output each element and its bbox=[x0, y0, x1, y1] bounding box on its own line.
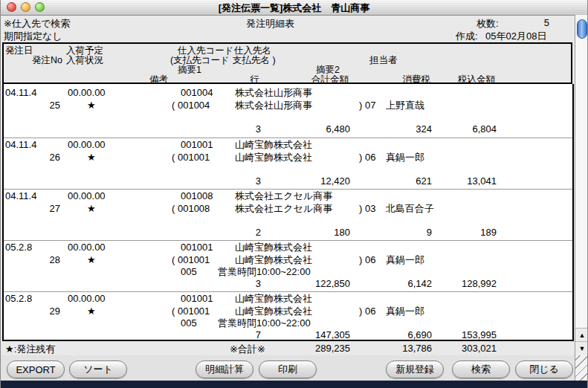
line-count: 3 bbox=[256, 175, 261, 187]
period-condition: 期間指定なし bbox=[4, 30, 62, 43]
tax-amount: 621 bbox=[416, 175, 432, 187]
star-legend: ★:発注残有 bbox=[5, 343, 55, 356]
payee-code: ( 001008 bbox=[172, 203, 210, 214]
button-bar: EXPORT ソート 明細計算 印刷 新規登録 検索 閉じる bbox=[1, 355, 588, 381]
supplier-code: 001001 bbox=[181, 242, 213, 253]
supplier-name: 山崎宝飾株式会社 bbox=[235, 242, 312, 253]
grand-total-amount: 289,235 bbox=[315, 343, 350, 354]
scrollbar-thumb[interactable] bbox=[577, 19, 587, 39]
window-bottom-edge bbox=[1, 381, 588, 388]
col-arrival-status: 入荷状況 bbox=[66, 54, 103, 67]
supplier-code: 001001 bbox=[181, 139, 213, 150]
grand-tax-amount: 13,786 bbox=[402, 343, 432, 354]
window-title: [発注伝票一覧]株式会社 青山商事 bbox=[1, 1, 587, 15]
order-no: 28 bbox=[29, 254, 60, 265]
payee-code: ( 001001 bbox=[172, 152, 210, 163]
staff-name: 北島百合子 bbox=[386, 203, 434, 214]
total-with-tax-amount: 6,804 bbox=[472, 123, 497, 135]
backorder-star-icon: ★ bbox=[87, 203, 96, 214]
staff-code: ) 06 bbox=[359, 152, 375, 163]
total-amount: 180 bbox=[334, 227, 350, 238]
staff-name: 真鍋一郎 bbox=[386, 254, 424, 265]
payee-name: 山崎宝飾株式会社 bbox=[235, 152, 312, 163]
supplier-name: 株式会社山形商事 bbox=[235, 87, 312, 98]
order-date: 04.11.4 bbox=[5, 190, 36, 201]
total-with-tax-amount: 153,995 bbox=[462, 329, 497, 340]
grand-total-label: ※合計※ bbox=[230, 343, 265, 356]
staff-name: 上野直哉 bbox=[386, 100, 424, 111]
order-record[interactable]: 05.2.8 00.00.00 001001 山崎宝飾株式会社 28 ★ ( 0… bbox=[4, 240, 572, 292]
order-record[interactable]: 04.11.4 00.00.00 001004 株式会社山形商事 25 ★ ( … bbox=[4, 86, 572, 138]
staff-code: ) 06 bbox=[359, 305, 375, 317]
supplier-code: 001004 bbox=[181, 87, 213, 98]
totals-bar: ★:発注残有 ※合計※ 289,235 13,786 303,021 bbox=[1, 341, 574, 355]
backorder-star-icon: ★ bbox=[87, 100, 96, 111]
tax-amount: 9 bbox=[427, 227, 432, 238]
payee-name: 株式会社山形商事 bbox=[235, 100, 312, 111]
arrival-plan: 00.00.00 bbox=[68, 242, 106, 253]
new-entry-button[interactable]: 新規登録 bbox=[386, 360, 444, 378]
close-button[interactable]: 閉じる bbox=[515, 360, 573, 378]
backorder-star-icon: ★ bbox=[87, 254, 96, 265]
vertical-scrollbar[interactable]: ▲ ▼ bbox=[575, 15, 588, 355]
supplier-name: 山崎宝飾株式会社 bbox=[235, 293, 312, 304]
order-record[interactable]: 04.11.4 00.00.00 001008 株式会社エクセル商事 27 ★ … bbox=[4, 189, 572, 241]
payee-name: 山崎宝飾株式会社 bbox=[235, 305, 312, 317]
line-count: 3 bbox=[256, 278, 261, 289]
payee-code: ( 001001 bbox=[172, 254, 210, 265]
order-no: 25 bbox=[29, 100, 60, 111]
line-count: 7 bbox=[256, 329, 261, 340]
summary-code: 005 bbox=[181, 266, 197, 277]
total-with-tax-amount: 128,992 bbox=[462, 278, 497, 289]
arrival-plan: 00.00.00 bbox=[68, 190, 106, 201]
summary-text: 営業時間10:00~22:00 bbox=[218, 317, 311, 329]
order-date: 04.11.4 bbox=[5, 87, 36, 98]
total-amount: 12,420 bbox=[320, 175, 350, 187]
resize-grip-icon[interactable] bbox=[575, 355, 588, 381]
arrival-plan: 00.00.00 bbox=[68, 139, 106, 150]
staff-code: ) 07 bbox=[359, 100, 375, 111]
staff-code: ) 06 bbox=[359, 254, 375, 265]
print-button[interactable]: 印刷 bbox=[259, 360, 317, 378]
col-order-no: 発注No bbox=[32, 54, 62, 67]
supplier-name: 山崎宝飾株式会社 bbox=[235, 139, 312, 150]
search-condition: ※仕入先で検索 bbox=[4, 17, 70, 30]
order-list: 04.11.4 00.00.00 001004 株式会社山形商事 25 ★ ( … bbox=[2, 84, 574, 341]
payee-name: 山崎宝飾株式会社 bbox=[235, 254, 312, 265]
order-record[interactable]: 05.2.8 00.00.00 001001 山崎宝飾株式会社 29 ★ ( 0… bbox=[4, 291, 572, 343]
supplier-code: 001008 bbox=[181, 190, 213, 201]
search-button[interactable]: 検索 bbox=[452, 360, 510, 378]
tax-amount: 324 bbox=[416, 123, 432, 135]
total-amount: 122,850 bbox=[315, 278, 350, 289]
arrival-plan: 00.00.00 bbox=[68, 87, 106, 98]
created-label: 作成: bbox=[456, 30, 478, 43]
table-header: 発注日 入荷予定 仕入先コード 仕入先名 発注No 入荷状況 (支払先コード 支… bbox=[2, 42, 572, 84]
report-title: 発注明細表 bbox=[246, 17, 294, 30]
order-date: 05.2.8 bbox=[5, 293, 32, 304]
summary-text: 営業時間10:00~22:00 bbox=[218, 266, 311, 277]
staff-name: 真鍋一郎 bbox=[386, 305, 424, 317]
sort-button[interactable]: ソート bbox=[69, 360, 127, 378]
scroll-up-icon[interactable]: ▲ bbox=[575, 328, 588, 342]
col-payee-name: 支払先名 ) bbox=[233, 54, 276, 67]
order-no: 26 bbox=[29, 152, 60, 163]
col-summary1: 摘要1 bbox=[178, 64, 201, 77]
backorder-star-icon: ★ bbox=[87, 305, 96, 317]
titlebar: [発注伝票一覧]株式会社 青山商事 bbox=[1, 0, 587, 16]
order-date: 05.2.8 bbox=[5, 242, 32, 253]
supplier-code: 001001 bbox=[181, 293, 213, 304]
order-date: 04.11.4 bbox=[5, 139, 36, 150]
order-no: 27 bbox=[29, 203, 60, 214]
col-staff: 担当者 bbox=[369, 54, 398, 67]
total-amount: 6,480 bbox=[326, 123, 350, 135]
payee-code: ( 001001 bbox=[172, 305, 210, 317]
supplier-name: 株式会社エクセル商事 bbox=[235, 190, 332, 201]
export-button[interactable]: EXPORT bbox=[7, 360, 65, 378]
detail-calc-button[interactable]: 明細計算 bbox=[196, 360, 253, 378]
app-window: [発注伝票一覧]株式会社 青山商事 ※仕入先で検索 期間指定なし 発注明細表 枚… bbox=[0, 0, 588, 388]
order-record[interactable]: 04.11.4 00.00.00 001001 山崎宝飾株式会社 26 ★ ( … bbox=[4, 138, 572, 190]
scroll-down-icon[interactable]: ▼ bbox=[575, 341, 588, 355]
payee-code: ( 001004 bbox=[172, 100, 210, 111]
created-value: 05年02月08日 bbox=[485, 30, 546, 43]
total-with-tax-amount: 189 bbox=[480, 227, 497, 238]
